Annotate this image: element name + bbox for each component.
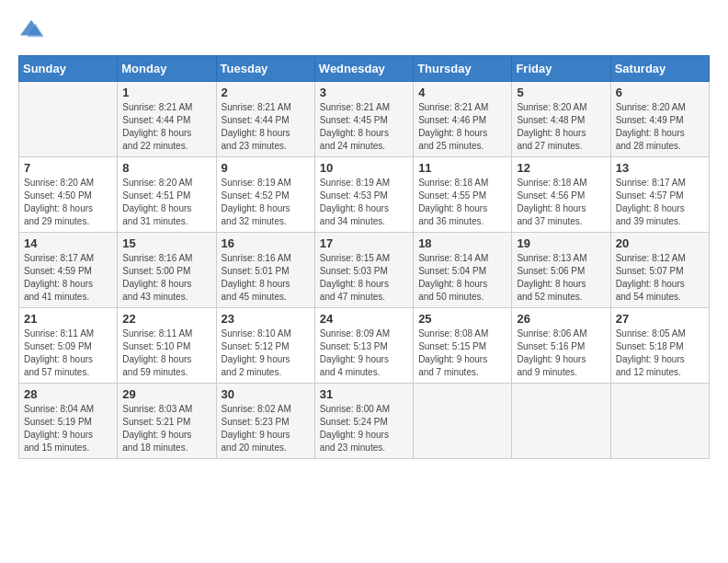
day-number: 11	[418, 161, 506, 175]
day-info: Sunrise: 8:03 AMSunset: 5:21 PMDaylight:…	[122, 403, 210, 454]
day-info: Sunrise: 8:21 AMSunset: 4:45 PMDaylight:…	[320, 101, 408, 153]
calendar-header-tuesday: Tuesday	[216, 56, 314, 82]
calendar-cell: 30Sunrise: 8:02 AMSunset: 5:23 PMDayligh…	[216, 384, 314, 459]
calendar-week-2: 7Sunrise: 8:20 AMSunset: 4:50 PMDaylight…	[19, 157, 710, 233]
calendar-cell: 2Sunrise: 8:21 AMSunset: 4:44 PMDaylight…	[216, 82, 314, 157]
calendar-cell: 20Sunrise: 8:12 AMSunset: 5:07 PMDayligh…	[610, 233, 709, 308]
day-number: 13	[616, 161, 704, 175]
day-number: 31	[320, 387, 408, 401]
calendar-header-sunday: Sunday	[19, 56, 118, 82]
day-number: 25	[418, 312, 506, 326]
day-info: Sunrise: 8:11 AMSunset: 5:09 PMDaylight:…	[24, 327, 112, 379]
day-number: 10	[320, 161, 408, 175]
day-number: 30	[222, 387, 310, 401]
day-info: Sunrise: 8:06 AMSunset: 5:16 PMDaylight:…	[517, 327, 605, 379]
calendar-cell: 16Sunrise: 8:16 AMSunset: 5:01 PMDayligh…	[216, 233, 314, 308]
calendar-cell: 26Sunrise: 8:06 AMSunset: 5:16 PMDayligh…	[512, 308, 610, 384]
day-info: Sunrise: 8:12 AMSunset: 5:07 PMDaylight:…	[616, 252, 704, 304]
calendar-header-monday: Monday	[118, 56, 216, 82]
day-number: 19	[517, 236, 605, 250]
calendar-cell: 1Sunrise: 8:21 AMSunset: 4:44 PMDaylight…	[118, 82, 216, 157]
day-info: Sunrise: 8:11 AMSunset: 5:10 PMDaylight:…	[122, 327, 210, 379]
day-number: 14	[24, 236, 112, 250]
day-info: Sunrise: 8:18 AMSunset: 4:56 PMDaylight:…	[517, 177, 605, 228]
calendar-cell: 14Sunrise: 8:17 AMSunset: 4:59 PMDayligh…	[19, 233, 118, 308]
day-info: Sunrise: 8:19 AMSunset: 4:52 PMDaylight:…	[222, 177, 310, 228]
calendar-cell: 24Sunrise: 8:09 AMSunset: 5:13 PMDayligh…	[314, 308, 413, 384]
calendar-body: 1Sunrise: 8:21 AMSunset: 4:44 PMDaylight…	[19, 82, 710, 459]
calendar-cell: 22Sunrise: 8:11 AMSunset: 5:10 PMDayligh…	[118, 308, 216, 384]
calendar-cell: 5Sunrise: 8:20 AMSunset: 4:48 PMDaylight…	[512, 82, 610, 157]
header	[18, 18, 710, 40]
calendar-header-row: SundayMondayTuesdayWednesdayThursdayFrid…	[19, 56, 710, 82]
calendar-cell: 25Sunrise: 8:08 AMSunset: 5:15 PMDayligh…	[414, 308, 512, 384]
calendar-cell: 19Sunrise: 8:13 AMSunset: 5:06 PMDayligh…	[512, 233, 610, 308]
calendar-cell: 15Sunrise: 8:16 AMSunset: 5:00 PMDayligh…	[118, 233, 216, 308]
day-info: Sunrise: 8:14 AMSunset: 5:04 PMDaylight:…	[418, 252, 506, 304]
day-info: Sunrise: 8:10 AMSunset: 5:12 PMDaylight:…	[222, 327, 310, 379]
calendar-cell: 18Sunrise: 8:14 AMSunset: 5:04 PMDayligh…	[414, 233, 512, 308]
calendar-week-1: 1Sunrise: 8:21 AMSunset: 4:44 PMDaylight…	[19, 82, 710, 157]
day-info: Sunrise: 8:05 AMSunset: 5:18 PMDaylight:…	[616, 327, 704, 379]
day-info: Sunrise: 8:20 AMSunset: 4:50 PMDaylight:…	[24, 177, 112, 228]
calendar-cell: 3Sunrise: 8:21 AMSunset: 4:45 PMDaylight…	[314, 82, 413, 157]
logo	[18, 18, 48, 40]
day-number: 24	[320, 312, 408, 326]
day-number: 3	[320, 86, 408, 99]
day-number: 9	[222, 161, 310, 175]
calendar-week-5: 28Sunrise: 8:04 AMSunset: 5:19 PMDayligh…	[19, 384, 710, 459]
day-info: Sunrise: 8:00 AMSunset: 5:24 PMDaylight:…	[320, 403, 408, 454]
day-info: Sunrise: 8:15 AMSunset: 5:03 PMDaylight:…	[320, 252, 408, 304]
day-info: Sunrise: 8:04 AMSunset: 5:19 PMDaylight:…	[24, 403, 112, 454]
day-number: 16	[222, 236, 310, 250]
day-info: Sunrise: 8:21 AMSunset: 4:44 PMDaylight:…	[222, 101, 310, 153]
day-number: 23	[222, 312, 310, 326]
calendar-cell: 13Sunrise: 8:17 AMSunset: 4:57 PMDayligh…	[610, 157, 709, 233]
calendar-cell: 9Sunrise: 8:19 AMSunset: 4:52 PMDaylight…	[216, 157, 314, 233]
calendar-cell	[414, 384, 512, 459]
calendar-cell: 12Sunrise: 8:18 AMSunset: 4:56 PMDayligh…	[512, 157, 610, 233]
calendar-cell: 11Sunrise: 8:18 AMSunset: 4:55 PMDayligh…	[414, 157, 512, 233]
calendar-cell: 29Sunrise: 8:03 AMSunset: 5:21 PMDayligh…	[118, 384, 216, 459]
day-info: Sunrise: 8:13 AMSunset: 5:06 PMDaylight:…	[517, 252, 605, 304]
day-number: 17	[320, 236, 408, 250]
calendar-cell	[19, 82, 118, 157]
calendar-cell	[610, 384, 709, 459]
calendar-header-friday: Friday	[512, 56, 610, 82]
day-info: Sunrise: 8:02 AMSunset: 5:23 PMDaylight:…	[222, 403, 310, 454]
calendar-cell: 23Sunrise: 8:10 AMSunset: 5:12 PMDayligh…	[216, 308, 314, 384]
day-number: 21	[24, 312, 112, 326]
day-info: Sunrise: 8:18 AMSunset: 4:55 PMDaylight:…	[418, 177, 506, 228]
calendar-week-4: 21Sunrise: 8:11 AMSunset: 5:09 PMDayligh…	[19, 308, 710, 384]
day-number: 2	[222, 86, 310, 99]
calendar-cell: 6Sunrise: 8:20 AMSunset: 4:49 PMDaylight…	[610, 82, 709, 157]
day-number: 20	[616, 236, 704, 250]
day-number: 29	[122, 387, 210, 401]
day-number: 1	[122, 86, 210, 99]
calendar-cell: 31Sunrise: 8:00 AMSunset: 5:24 PMDayligh…	[314, 384, 413, 459]
calendar-header-thursday: Thursday	[414, 56, 512, 82]
day-number: 6	[616, 86, 704, 99]
day-number: 8	[122, 161, 210, 175]
day-number: 28	[24, 387, 112, 401]
day-number: 15	[122, 236, 210, 250]
day-info: Sunrise: 8:20 AMSunset: 4:48 PMDaylight:…	[517, 101, 605, 153]
day-number: 7	[24, 161, 112, 175]
day-info: Sunrise: 8:16 AMSunset: 5:00 PMDaylight:…	[122, 252, 210, 304]
day-info: Sunrise: 8:17 AMSunset: 4:57 PMDaylight:…	[616, 177, 704, 228]
calendar-header-saturday: Saturday	[610, 56, 709, 82]
calendar-cell: 17Sunrise: 8:15 AMSunset: 5:03 PMDayligh…	[314, 233, 413, 308]
day-info: Sunrise: 8:21 AMSunset: 4:46 PMDaylight:…	[418, 101, 506, 153]
day-number: 4	[418, 86, 506, 99]
day-number: 27	[616, 312, 704, 326]
calendar-cell: 28Sunrise: 8:04 AMSunset: 5:19 PMDayligh…	[19, 384, 118, 459]
day-number: 26	[517, 312, 605, 326]
day-info: Sunrise: 8:19 AMSunset: 4:53 PMDaylight:…	[320, 177, 408, 228]
calendar-cell: 4Sunrise: 8:21 AMSunset: 4:46 PMDaylight…	[414, 82, 512, 157]
day-info: Sunrise: 8:21 AMSunset: 4:44 PMDaylight:…	[122, 101, 210, 153]
calendar-header-wednesday: Wednesday	[314, 56, 413, 82]
calendar-cell: 10Sunrise: 8:19 AMSunset: 4:53 PMDayligh…	[314, 157, 413, 233]
day-info: Sunrise: 8:08 AMSunset: 5:15 PMDaylight:…	[418, 327, 506, 379]
calendar-cell: 7Sunrise: 8:20 AMSunset: 4:50 PMDaylight…	[19, 157, 118, 233]
calendar-cell	[512, 384, 610, 459]
